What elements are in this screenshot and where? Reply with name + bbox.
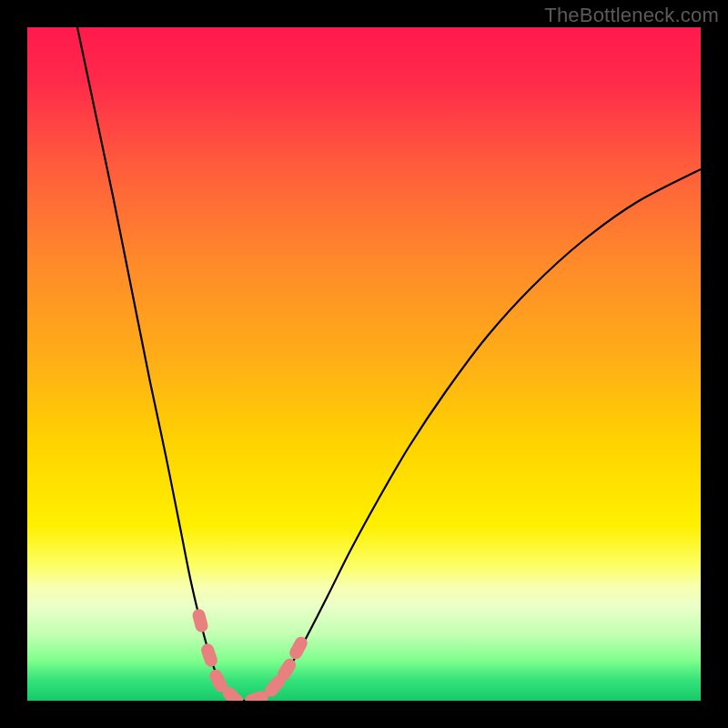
watermark-text: TheBottleneck.com [544,4,719,27]
chart-svg [27,27,701,701]
chart-background [27,27,701,701]
bottleneck-chart [27,27,701,701]
